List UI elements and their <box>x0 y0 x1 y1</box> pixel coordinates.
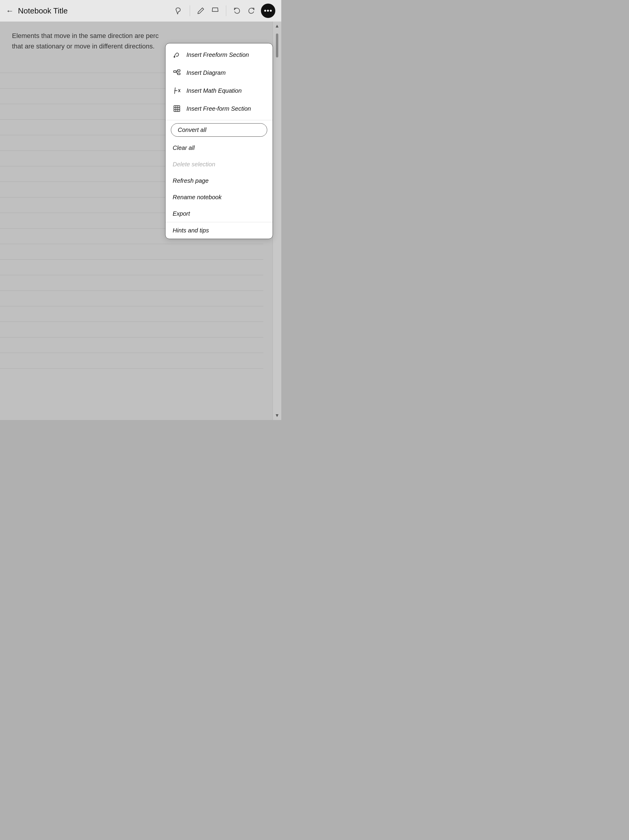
menu-item-insert-math-label: Insert Math Equation <box>186 87 242 94</box>
svg-line-0 <box>176 10 177 14</box>
menu-item-refresh-page[interactable]: Refresh page <box>166 173 273 189</box>
menu-item-insert-freeform-section-label: Insert Free-form Section <box>186 105 251 112</box>
menu-section-insert: Insert Freeform Section Insert Diagram <box>166 43 273 120</box>
menu-item-rename-notebook[interactable]: Rename notebook <box>166 189 273 205</box>
menu-item-delete-selection[interactable]: Delete selection <box>166 156 273 173</box>
scroll-down-arrow[interactable]: ▼ <box>275 411 280 420</box>
menu-item-clear-all[interactable]: Clear all <box>166 140 273 156</box>
pen-icon[interactable] <box>194 4 207 17</box>
divider-2 <box>226 5 226 16</box>
svg-rect-5 <box>177 73 180 74</box>
menu-item-insert-diagram[interactable]: Insert Diagram <box>166 64 273 82</box>
text-line-1: Elements that move in the same direction… <box>12 30 260 41</box>
toolbar-center: ••• <box>172 3 275 18</box>
notebook-title: Notebook Title <box>18 6 68 16</box>
menu-item-insert-diagram-label: Insert Diagram <box>186 69 226 76</box>
menu-item-hints-and-tips[interactable]: Hints and tips <box>166 222 273 239</box>
svg-marker-1 <box>212 8 218 11</box>
svg-rect-6 <box>174 106 180 112</box>
redo-icon[interactable] <box>245 4 258 17</box>
svg-rect-3 <box>174 71 176 73</box>
back-button[interactable]: ← <box>6 6 14 16</box>
divider-1 <box>190 5 190 16</box>
menu-item-insert-freeform-section[interactable]: Insert Free-form Section <box>166 99 273 118</box>
menu-item-export-label: Export <box>173 210 190 217</box>
toolbar-left: ← Notebook Title <box>6 6 172 16</box>
scrollbar[interactable]: ▲ ▼ <box>273 22 281 420</box>
svg-rect-4 <box>177 70 180 71</box>
undo-icon[interactable] <box>231 4 243 17</box>
rule-line <box>0 322 263 338</box>
menu-item-hints-and-tips-label: Hints and tips <box>173 227 209 234</box>
grid-icon <box>173 104 181 113</box>
eraser-icon[interactable] <box>209 4 222 17</box>
menu-item-clear-all-label: Clear all <box>173 144 194 152</box>
menu-item-insert-freeform[interactable]: Insert Freeform Section <box>166 46 273 64</box>
convert-all-button[interactable]: Convert all <box>171 123 267 137</box>
menu-item-export[interactable]: Export <box>166 205 273 222</box>
scroll-up-arrow[interactable]: ▲ <box>275 22 280 30</box>
rule-line <box>0 275 263 291</box>
svg-point-2 <box>174 56 175 57</box>
rule-line <box>0 260 263 275</box>
more-button[interactable]: ••• <box>261 3 275 18</box>
rule-line <box>0 244 263 260</box>
dropdown-menu: Insert Freeform Section Insert Diagram <box>165 43 273 239</box>
menu-item-refresh-page-label: Refresh page <box>173 177 209 184</box>
menu-item-delete-selection-label: Delete selection <box>173 161 215 168</box>
rule-line <box>0 353 263 369</box>
rule-line <box>0 306 263 322</box>
math-icon <box>173 87 181 95</box>
rule-line <box>0 291 263 306</box>
toolbar: ← Notebook Title <box>0 0 281 22</box>
rule-line <box>0 338 263 353</box>
page-area: Elements that move in the same direction… <box>0 22 281 420</box>
menu-item-insert-math[interactable]: Insert Math Equation <box>166 82 273 99</box>
freeform-icon <box>173 51 181 59</box>
scroll-thumb[interactable] <box>276 33 278 57</box>
menu-section-convert: Convert all <box>166 120 273 140</box>
more-button-label: ••• <box>264 7 272 14</box>
menu-item-rename-notebook-label: Rename notebook <box>173 194 221 201</box>
lasso-icon[interactable] <box>172 4 185 17</box>
menu-item-insert-freeform-label: Insert Freeform Section <box>186 51 249 58</box>
diagram-icon <box>173 68 181 77</box>
